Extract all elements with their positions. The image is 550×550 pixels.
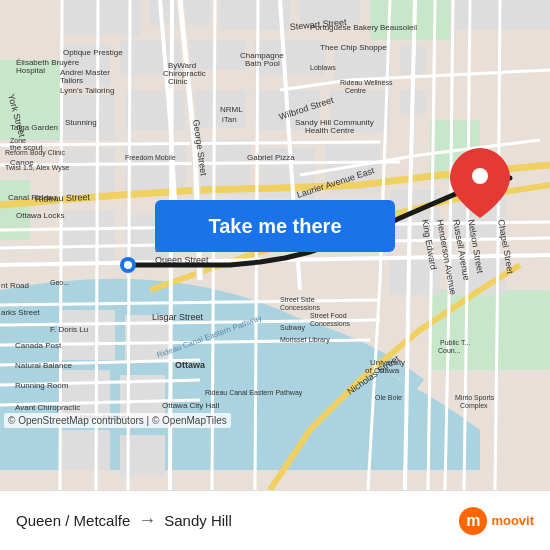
svg-text:Stunning: Stunning <box>65 118 97 127</box>
svg-text:Gabriel Pizza: Gabriel Pizza <box>247 153 295 162</box>
svg-text:Optique Prestige: Optique Prestige <box>63 48 123 57</box>
svg-text:Canada Post: Canada Post <box>15 341 62 350</box>
map-container: Rideau Street Laurier Avenue East Laurie… <box>0 0 550 490</box>
copyright-text: © OpenStreetMap contributors | © OpenMap… <box>4 413 231 428</box>
svg-text:Centre: Centre <box>345 87 366 94</box>
svg-text:Reform Body Clinic: Reform Body Clinic <box>5 149 65 157</box>
svg-rect-3 <box>370 0 450 40</box>
svg-text:Thee Chip Shoppe: Thee Chip Shoppe <box>320 43 387 52</box>
svg-text:Health Centre: Health Centre <box>305 126 355 135</box>
svg-text:Ole Bole: Ole Bole <box>375 394 402 401</box>
svg-text:arks Street: arks Street <box>1 308 40 317</box>
svg-rect-29 <box>60 210 115 265</box>
svg-text:Bath Pool: Bath Pool <box>245 59 280 68</box>
svg-text:Morisset Library: Morisset Library <box>280 336 330 344</box>
svg-text:Tailors: Tailors <box>60 76 83 85</box>
svg-text:Taiga Garden: Taiga Garden <box>10 123 58 132</box>
svg-text:Beausoleil: Beausoleil <box>380 23 417 32</box>
svg-rect-19 <box>125 90 185 130</box>
moovit-text: moovit <box>491 513 534 528</box>
svg-text:Coun...: Coun... <box>438 347 461 354</box>
svg-text:Street Side: Street Side <box>280 296 315 303</box>
svg-text:Avant Chiropractic: Avant Chiropractic <box>15 403 80 412</box>
svg-text:NRML: NRML <box>220 105 243 114</box>
svg-point-43 <box>472 168 488 184</box>
bottom-bar: Queen / Metcalfe → Sandy Hill m moovit <box>0 490 550 550</box>
svg-text:Complex: Complex <box>460 402 488 410</box>
svg-text:Public T...: Public T... <box>440 339 470 346</box>
svg-text:Street Food: Street Food <box>310 312 347 319</box>
moovit-logo: m moovit <box>459 507 534 535</box>
svg-text:Freedom Mobile: Freedom Mobile <box>125 154 176 161</box>
svg-rect-7 <box>60 0 140 35</box>
svg-text:Ottawa: Ottawa <box>175 360 206 370</box>
svg-text:Minto Sports: Minto Sports <box>455 394 495 402</box>
svg-text:Ottawa Locks: Ottawa Locks <box>16 211 64 220</box>
svg-text:nt Road: nt Road <box>1 281 29 290</box>
svg-text:Clinic: Clinic <box>168 77 188 86</box>
svg-text:Natural Balance: Natural Balance <box>15 361 72 370</box>
destination-label: Sandy Hill <box>164 512 232 529</box>
svg-text:Portuguese Bakery: Portuguese Bakery <box>310 23 378 32</box>
svg-text:Running Room: Running Room <box>15 381 69 390</box>
svg-rect-14 <box>190 40 245 70</box>
svg-text:Twist 1.5, Alex Wyse: Twist 1.5, Alex Wyse <box>5 164 69 172</box>
svg-rect-31 <box>60 310 115 360</box>
svg-text:Rideau Canal Eastern Pathway: Rideau Canal Eastern Pathway <box>205 389 303 397</box>
svg-text:Canal Rideau: Canal Rideau <box>8 193 56 202</box>
button-label: Take me there <box>208 215 341 238</box>
origin-label: Queen / Metcalfe <box>16 512 130 529</box>
svg-text:Rideau Wellness: Rideau Wellness <box>340 79 393 86</box>
svg-text:Concessions: Concessions <box>310 320 351 327</box>
svg-text:Lisgar Street: Lisgar Street <box>152 312 204 322</box>
svg-text:Geo...: Geo... <box>50 279 69 286</box>
take-me-there-button[interactable]: Take me there <box>155 200 395 252</box>
svg-text:Ottawa City Hall: Ottawa City Hall <box>162 401 220 410</box>
svg-text:Zone: Zone <box>10 137 26 144</box>
route-arrow-icon: → <box>138 510 156 531</box>
svg-text:F. Doris Lu: F. Doris Lu <box>50 325 88 334</box>
svg-text:iTan: iTan <box>222 115 237 124</box>
svg-point-42 <box>124 261 132 269</box>
svg-text:Subway: Subway <box>280 324 305 332</box>
svg-text:Hospital: Hospital <box>16 66 45 75</box>
svg-text:Loblaws: Loblaws <box>310 64 336 71</box>
svg-text:Lynn's Tailoring: Lynn's Tailoring <box>60 86 114 95</box>
svg-text:Queen Street: Queen Street <box>155 255 209 265</box>
svg-text:Concessions: Concessions <box>280 304 321 311</box>
svg-text:of Ottawa: of Ottawa <box>365 366 400 375</box>
moovit-icon: m <box>459 507 487 535</box>
svg-rect-24 <box>60 148 115 198</box>
svg-rect-35 <box>60 430 110 470</box>
